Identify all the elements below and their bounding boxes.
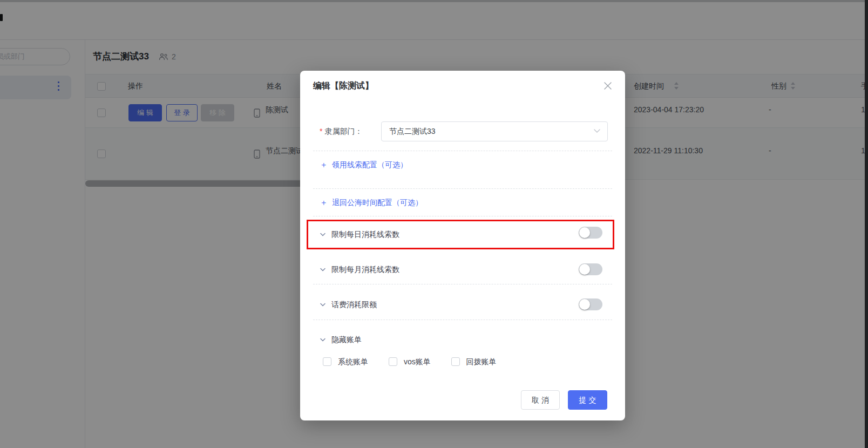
- add-return-time-config-link[interactable]: ＋退回公海时间配置（可选）: [320, 196, 423, 208]
- dialog-title: 编辑【陈测试】: [313, 80, 374, 92]
- chevron-down-icon: [320, 267, 326, 273]
- submit-button[interactable]: 提 交: [568, 390, 607, 410]
- add-lead-config-link[interactable]: ＋领用线索配置（可选）: [320, 159, 408, 171]
- chevron-down-icon: [593, 128, 601, 134]
- plus-icon: ＋: [320, 198, 328, 207]
- section-monthly-lead-limit[interactable]: 限制每月消耗线索数: [320, 263, 399, 276]
- checkbox-icon: [389, 357, 397, 366]
- checkbox-icon: [323, 357, 331, 366]
- department-select-value: 节点二测试33: [389, 122, 436, 141]
- section-daily-lead-limit[interactable]: 限制每日消耗线索数: [320, 228, 399, 241]
- chevron-down-icon: [320, 302, 326, 308]
- dashed-divider: [313, 216, 612, 216]
- section-call-fee-limit[interactable]: 话费消耗限额: [320, 298, 377, 311]
- department-select[interactable]: 节点二测试33: [381, 121, 608, 141]
- monthly-limit-toggle[interactable]: [579, 263, 602, 275]
- bill-checkbox-row: 系统账单 vos账单 回拨账单: [323, 357, 515, 368]
- call-fee-limit-toggle[interactable]: [579, 298, 602, 310]
- chevron-down-icon: [320, 232, 326, 237]
- checkbox-icon: [451, 357, 460, 366]
- dashed-divider: [313, 284, 612, 284]
- system-bill-checkbox[interactable]: 系统账单: [323, 357, 368, 367]
- section-hide-bills[interactable]: 隐藏账单: [320, 333, 362, 346]
- callback-bill-checkbox[interactable]: 回拨账单: [451, 357, 497, 367]
- dashed-divider: [313, 151, 612, 151]
- vos-bill-checkbox[interactable]: vos账单: [389, 357, 431, 367]
- plus-icon: ＋: [320, 160, 328, 169]
- dashed-divider: [313, 188, 612, 189]
- daily-limit-toggle[interactable]: [579, 227, 602, 239]
- edit-user-dialog: 编辑【陈测试】 *隶属部门： 节点二测试33 ＋领用线索配置（可选） ＋退回公海…: [300, 71, 625, 420]
- department-label: *隶属部门：: [320, 121, 362, 141]
- required-mark: *: [320, 127, 322, 135]
- dashed-divider: [313, 320, 612, 320]
- close-icon[interactable]: [603, 82, 612, 90]
- chevron-down-icon: [320, 337, 326, 343]
- cancel-button[interactable]: 取 消: [521, 390, 560, 410]
